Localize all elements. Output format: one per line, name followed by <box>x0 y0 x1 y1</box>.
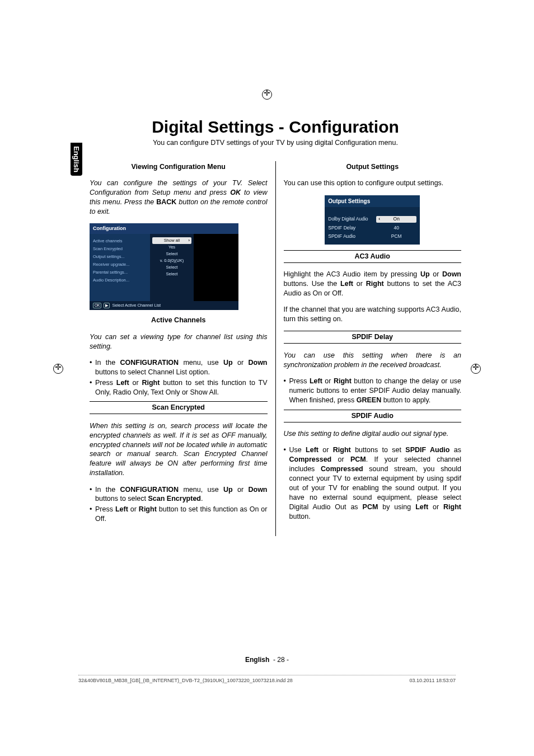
text: GREEN <box>357 396 381 404</box>
text: Down <box>442 270 461 278</box>
text: as <box>449 446 461 454</box>
output-settings-osd-screenshot: Output Settings Dolby Digital Audio On S… <box>325 195 420 245</box>
osd2-label: Dolby Digital Audio <box>328 216 376 222</box>
text: Right <box>366 280 384 288</box>
back-label: BACK <box>156 198 176 206</box>
text: CONFIGURATION <box>120 486 179 494</box>
bullet-item: • Use Left or Right buttons to set SPDIF… <box>284 445 462 521</box>
osd-nav-item: Scan Encrypted <box>92 245 148 253</box>
text: or <box>129 379 142 387</box>
text: Left <box>340 280 353 288</box>
osd2-row: SPDIF Audio PCM <box>328 232 416 241</box>
text: Up <box>420 270 430 278</box>
osd2-label: SPDIF Audio <box>328 233 376 240</box>
osd-value: Select <box>152 251 191 257</box>
footer-language: English <box>245 656 269 664</box>
osd-arrow-icon: ▶ <box>104 303 110 309</box>
osd-nav-list: Active channels Scan Encrypted Output se… <box>90 234 150 301</box>
registration-mark-right <box>471 364 481 374</box>
text: or <box>430 270 442 278</box>
ok-label: OK <box>230 189 241 196</box>
page-title: Digital Settings - Configuration <box>90 118 461 137</box>
osd-footer-text: Select Active Channel List <box>112 303 161 308</box>
osd-preview-pane <box>194 234 238 301</box>
text: Left <box>115 505 128 513</box>
text: Left <box>306 446 318 454</box>
osd-nav-item: Audio Description... <box>92 276 148 284</box>
osd-nav-item: Parental settings... <box>92 269 148 276</box>
heading-spdif-delay: SPDIF Delay <box>284 331 462 344</box>
osd2-title: Output Settings <box>325 195 420 208</box>
text: Right <box>334 377 352 385</box>
osd2-value: On <box>376 216 416 222</box>
text: buttons to select <box>95 495 148 503</box>
language-tab: English <box>71 143 82 176</box>
osd-value: v. 0.0(0)(UK) <box>152 257 191 264</box>
text: CONFIGURATION <box>120 359 179 367</box>
osd2-label: SPDIF Delay <box>328 225 376 231</box>
text: or <box>353 280 366 288</box>
text: or <box>331 456 350 463</box>
bullet-item: • Press Left or Right button to set this… <box>90 378 268 397</box>
heading-ac3-audio: AC3 Audio <box>284 250 462 263</box>
text: or <box>318 446 333 454</box>
spdif-delay-intro: You can use this setting when there is a… <box>284 351 462 370</box>
text: or <box>322 377 334 385</box>
text: Right <box>333 446 351 454</box>
text: Left <box>310 377 322 385</box>
text: Highlight the AC3 Audio item by pressing <box>284 270 420 278</box>
text: menu, use <box>179 359 223 367</box>
text: menu, use <box>179 486 223 494</box>
ac3-paragraph-1: Highlight the AC3 Audio item by pressing… <box>284 270 462 298</box>
text: Down <box>248 359 267 367</box>
osd2-value: PCM <box>376 233 416 240</box>
osd-value-selected: Show all <box>152 237 191 244</box>
text: Press <box>289 377 310 385</box>
text: PCM <box>363 503 378 511</box>
ac3-paragraph-2: If the channel that you are watching sup… <box>284 305 462 324</box>
scan-encrypted-intro: When this setting is on, search process … <box>90 421 268 478</box>
text: Down <box>248 486 267 494</box>
text: Right <box>139 505 157 513</box>
bullet-item: • In the CONFIGURATION menu, use Up or D… <box>90 358 268 377</box>
page-footer: English - 28 - <box>0 656 534 664</box>
text: SPDIF Audio <box>405 446 449 454</box>
text: or <box>428 503 443 511</box>
osd2-row: SPDIF Delay 40 <box>328 224 416 232</box>
column-divider <box>275 161 276 536</box>
text: button to apply. <box>381 396 430 404</box>
text: Left <box>415 503 428 511</box>
registration-mark-top <box>262 90 272 100</box>
text: Compressed <box>321 465 363 473</box>
osd-nav-item: Output settings... <box>92 253 148 261</box>
text: Left <box>116 379 129 387</box>
bullet-item: • Press Left or Right button to change t… <box>284 377 462 405</box>
text: buttons to set <box>351 446 406 454</box>
footline-filename: 32&40BV801B_MB38_[GB]_(IB_INTERNET)_DVB-… <box>78 678 293 683</box>
osd-value: Select <box>152 264 191 271</box>
osd2-row: Dolby Digital Audio On <box>328 215 416 223</box>
osd-footer: OK ▶ Select Active Channel List <box>90 301 238 311</box>
text: In the <box>95 486 120 494</box>
output-settings-intro: You can use this option to configure out… <box>284 179 462 188</box>
active-channels-intro: You can set a viewing type for channel l… <box>90 332 268 351</box>
page-subtitle: You can configure DTV settings of your T… <box>90 139 461 147</box>
spdif-audio-intro: Use this setting to define digital audio… <box>284 429 462 439</box>
page: English Digital Settings - Configuration… <box>0 0 534 756</box>
text: buttons to select Channel List option. <box>95 368 210 376</box>
text: PCM <box>350 456 366 463</box>
text: or <box>128 505 139 513</box>
left-column: Viewing Configuration Menu You can confi… <box>90 158 268 536</box>
registration-mark-left <box>53 364 63 374</box>
osd-nav-item: Receiver upgrade... <box>92 261 148 269</box>
heading-output-settings: Output Settings <box>284 162 462 172</box>
osd2-value: 40 <box>376 225 416 231</box>
text: Scan Encrypted <box>148 495 201 503</box>
bullet-item: • Press Left or Right button to set this… <box>90 505 268 524</box>
heading-viewing-config: Viewing Configuration Menu <box>90 162 268 172</box>
osd-ok-icon: OK <box>93 303 101 309</box>
configuration-osd-screenshot: Configuration Active channels Scan Encry… <box>90 223 238 310</box>
text: Right <box>142 379 160 387</box>
text: Up <box>223 359 233 367</box>
osd-value-list: Show all Yes Select v. 0.0(0)(UK) Select… <box>150 234 194 301</box>
